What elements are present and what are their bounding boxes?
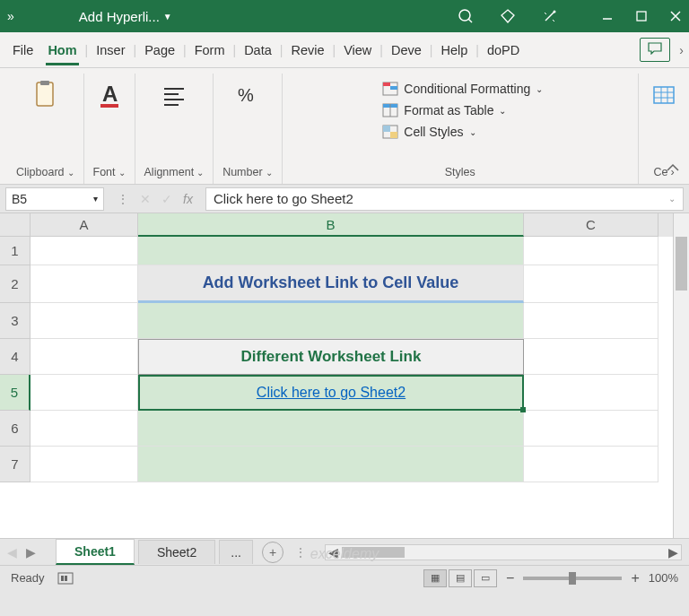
formula-input[interactable]: Click here to go Sheet2 ⌄: [205, 187, 684, 211]
col-header-b[interactable]: B: [138, 213, 524, 237]
paste-icon[interactable]: [29, 79, 61, 111]
cell-b2[interactable]: Add Worksheet Link to Cell Value: [138, 265, 524, 303]
expand-icon[interactable]: ⌄: [668, 194, 676, 204]
tab-page-layout[interactable]: Page: [137, 36, 182, 65]
cell-a2[interactable]: [31, 265, 138, 303]
conditional-formatting-button[interactable]: Conditional Formatting ⌄: [382, 79, 543, 99]
status-bar: Ready ▦ ▤ ▭ − + 100%: [0, 565, 689, 590]
fx-label[interactable]: fx: [183, 192, 193, 206]
collapse-ribbon-icon[interactable]: [666, 162, 680, 177]
zoom-level[interactable]: 100%: [649, 571, 678, 585]
cell-styles-button[interactable]: Cell Styles ⌄: [382, 122, 475, 142]
row-header-7[interactable]: 7: [0, 447, 31, 482]
add-sheet-button[interactable]: +: [262, 542, 283, 563]
cell-c3[interactable]: [524, 303, 658, 339]
styles-label: Styles: [445, 162, 475, 184]
cell-b6[interactable]: [138, 411, 524, 447]
overflow-icon[interactable]: ›: [679, 43, 684, 57]
prev-sheet-icon[interactable]: ◀: [7, 545, 17, 560]
tab-data[interactable]: Data: [237, 36, 279, 65]
search-icon[interactable]: [458, 8, 474, 24]
vertical-scrollbar[interactable]: [673, 213, 689, 538]
cell-b7[interactable]: [138, 447, 524, 482]
more-icon[interactable]: »: [7, 9, 14, 23]
zoom-handle[interactable]: [569, 572, 576, 585]
normal-view-button[interactable]: ▦: [423, 569, 447, 587]
format-as-table-button[interactable]: Format as Table ⌄: [382, 100, 506, 120]
page-break-button[interactable]: ▭: [474, 569, 497, 587]
macro-icon[interactable]: [57, 572, 74, 585]
scroll-left-icon[interactable]: ◀: [326, 545, 342, 560]
tab-home[interactable]: Hom: [40, 36, 83, 65]
svg-line-2: [545, 12, 554, 21]
font-label: Font: [93, 166, 116, 178]
cond-format-label: Conditional Formatting: [404, 82, 530, 96]
cell-b5[interactable]: Click here to go Sheet2: [138, 375, 524, 411]
scrollbar-thumb[interactable]: [342, 547, 405, 558]
number-icon[interactable]: %: [231, 79, 264, 111]
cell-c6[interactable]: [524, 411, 658, 447]
maximize-icon[interactable]: [635, 10, 648, 22]
alignment-icon[interactable]: [158, 79, 190, 111]
col-header-c[interactable]: C: [524, 213, 658, 237]
cell-c1[interactable]: [524, 237, 658, 265]
cell-c4[interactable]: [524, 339, 658, 375]
scroll-right-icon[interactable]: ▶: [665, 545, 681, 560]
row-header-5[interactable]: 5: [0, 375, 31, 411]
confirm-icon[interactable]: ✓: [161, 192, 172, 206]
cell-a5[interactable]: [31, 375, 138, 411]
diamond-icon[interactable]: [499, 8, 517, 24]
row-header-4[interactable]: 4: [0, 339, 31, 375]
horizontal-scrollbar[interactable]: ◀ ▶: [325, 544, 682, 560]
sheet-tabs-bar: ◀ ▶ Sheet1 Sheet2 ... + ⋮ ◀ ▶: [0, 538, 689, 565]
row-header-2[interactable]: 2: [0, 265, 31, 303]
page-layout-button[interactable]: ▤: [449, 569, 472, 587]
tab-insert[interactable]: Inser: [89, 36, 132, 65]
tab-developer[interactable]: Deve: [384, 36, 429, 65]
cells-icon[interactable]: [648, 79, 680, 111]
cell-a3[interactable]: [31, 303, 138, 339]
wand-icon[interactable]: [542, 8, 558, 24]
decrease-icon[interactable]: ⋮: [117, 192, 129, 206]
cell-c5[interactable]: [524, 375, 658, 411]
col-header-a[interactable]: A: [31, 213, 138, 237]
select-all-corner[interactable]: [0, 213, 31, 237]
cell-b4[interactable]: Different Worksheet Link: [138, 339, 524, 375]
font-icon[interactable]: A: [93, 79, 126, 111]
comments-button[interactable]: [640, 38, 670, 62]
close-icon[interactable]: [669, 10, 682, 22]
tab-formulas[interactable]: Form: [188, 36, 232, 65]
name-box[interactable]: B5 ▾: [5, 187, 104, 211]
scrollbar-thumb[interactable]: [676, 237, 687, 291]
cancel-icon[interactable]: ✕: [140, 192, 151, 206]
number-label: Number: [222, 166, 262, 178]
tab-file[interactable]: File: [5, 36, 40, 65]
tab-review[interactable]: Revie: [283, 36, 331, 65]
sheet-tab-sheet1[interactable]: Sheet1: [56, 539, 135, 565]
row-header-3[interactable]: 3: [0, 303, 31, 339]
document-name[interactable]: Add Hyperli... ▼: [79, 9, 172, 24]
zoom-in-button[interactable]: +: [631, 570, 639, 586]
zoom-out-button[interactable]: −: [506, 570, 514, 586]
cell-a1[interactable]: [31, 237, 138, 265]
zoom-slider[interactable]: [523, 577, 622, 580]
cell-b1[interactable]: [138, 237, 524, 265]
tab-help[interactable]: Help: [433, 36, 475, 65]
drag-handle-icon[interactable]: ⋮: [294, 545, 307, 560]
next-sheet-icon[interactable]: ▶: [26, 545, 36, 560]
row-header-6[interactable]: 6: [0, 411, 31, 447]
minimize-icon[interactable]: [601, 10, 614, 22]
tab-view[interactable]: View: [336, 36, 379, 65]
cell-a4[interactable]: [31, 339, 138, 375]
cell-b3[interactable]: [138, 303, 524, 339]
cell-a6[interactable]: [31, 411, 138, 447]
cell-c7[interactable]: [524, 447, 658, 482]
tab-dopdf[interactable]: doPD: [480, 36, 527, 65]
sheet-tab-more[interactable]: ...: [219, 540, 253, 564]
cell-a7[interactable]: [31, 447, 138, 482]
clipboard-label: Clipboard: [16, 166, 65, 178]
cell-c2[interactable]: [524, 265, 658, 303]
svg-rect-26: [383, 126, 390, 132]
row-header-1[interactable]: 1: [0, 237, 31, 265]
sheet-tab-sheet2[interactable]: Sheet2: [138, 540, 215, 564]
